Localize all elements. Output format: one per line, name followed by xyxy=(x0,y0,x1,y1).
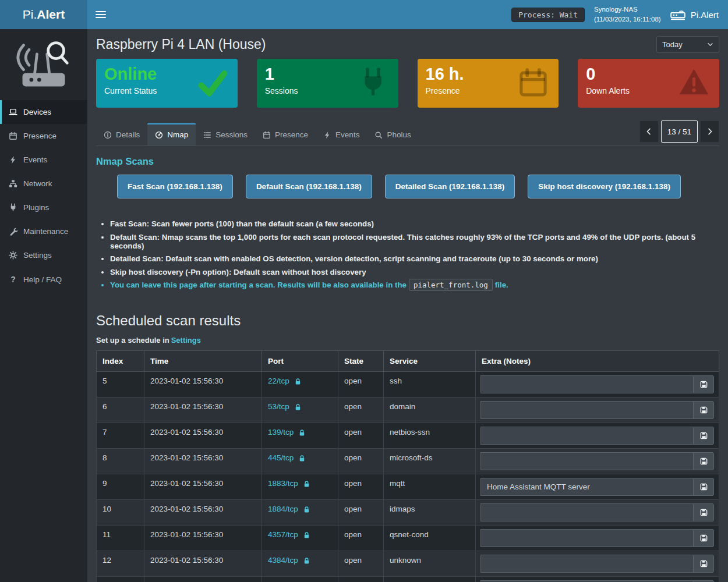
cell-index: 13 xyxy=(97,577,144,582)
cell-extra-notes xyxy=(476,423,719,449)
hamburger-icon xyxy=(96,11,106,18)
cell-time: 2023-01-02 15:56:30 xyxy=(144,423,262,449)
save-icon xyxy=(699,559,708,568)
port-link[interactable]: 53/tcp xyxy=(268,402,289,411)
table-row: 9 2023-01-02 15:56:30 1883/tcp open mqtt xyxy=(97,474,719,500)
chevron-down-icon xyxy=(707,41,713,48)
cell-time: 2023-01-02 15:56:30 xyxy=(144,474,262,500)
save-note-button[interactable] xyxy=(693,503,714,521)
cell-service: mqtt xyxy=(384,474,476,500)
port-link[interactable]: 445/tcp xyxy=(268,453,294,462)
tab-pholus[interactable]: Pholus xyxy=(367,123,418,146)
bolt-icon xyxy=(9,155,17,164)
nmap-scans-heading: Nmap Scans xyxy=(96,156,719,167)
sidebar-menu: Devices Presence Events Network Plugins … xyxy=(0,100,87,292)
app-logo[interactable]: Pi.Alert xyxy=(0,0,87,29)
cell-index: 8 xyxy=(97,449,144,474)
note-input[interactable] xyxy=(480,503,693,521)
port-link[interactable]: 4384/tcp xyxy=(268,556,298,565)
cell-time: 2023-01-02 15:56:30 xyxy=(144,500,262,526)
tab-label: Events xyxy=(335,130,359,139)
tab-events[interactable]: Events xyxy=(316,123,367,146)
save-note-button[interactable] xyxy=(693,427,714,445)
search-icon xyxy=(374,131,383,139)
cell-state: open xyxy=(338,551,384,577)
schedule-hint: Set up a schedule inSettings xyxy=(96,336,719,345)
scan-note: Detailed Scan: Default scan with enabled… xyxy=(110,254,719,263)
cell-port: 22/tcp xyxy=(262,372,338,398)
user-menu[interactable]: Pi.Alert xyxy=(670,9,719,20)
sidebar-item-label: Help / FAQ xyxy=(23,275,62,284)
note-input[interactable] xyxy=(480,478,693,496)
page-title: Raspberry Pi 4 LAN (House) xyxy=(96,37,266,52)
sidebar-item-network[interactable]: Network xyxy=(0,172,87,196)
cell-port: 4357/tcp xyxy=(262,526,338,551)
port-link[interactable]: 22/tcp xyxy=(268,377,289,385)
detailed-scan-button[interactable]: Detailed Scan (192.168.1.138) xyxy=(385,175,515,198)
cell-index: 7 xyxy=(97,423,144,449)
save-note-button[interactable] xyxy=(693,555,714,573)
note-input[interactable] xyxy=(480,555,693,573)
save-note-button[interactable] xyxy=(693,401,714,419)
check-icon xyxy=(196,66,228,98)
col-index: Index xyxy=(97,351,144,372)
settings-link[interactable]: Settings xyxy=(171,336,201,345)
col-service: Service xyxy=(384,351,476,372)
period-select[interactable]: Today xyxy=(656,36,719,53)
save-note-button[interactable] xyxy=(693,529,714,547)
cell-service: qsnet-cond xyxy=(384,526,476,551)
status-card-sessions: 1 Sessions xyxy=(257,59,398,108)
cell-extra-notes xyxy=(476,398,719,423)
status-card-presence: 16 h. Presence xyxy=(418,59,559,108)
save-note-button[interactable] xyxy=(693,452,714,470)
cell-state: open xyxy=(338,372,384,398)
prev-device-button[interactable] xyxy=(639,120,659,143)
port-link[interactable]: 4357/tcp xyxy=(268,530,298,539)
tab-presence[interactable]: Presence xyxy=(255,123,316,146)
scheduled-results-section: Scheduled scan results Set up a schedule… xyxy=(96,313,719,582)
save-icon xyxy=(699,380,708,389)
save-icon xyxy=(699,508,708,517)
cell-state: open xyxy=(338,398,384,423)
sidebar-item-help[interactable]: ? Help / FAQ xyxy=(0,267,87,292)
process-status-badge: Process: Wait xyxy=(511,8,585,22)
note-input[interactable] xyxy=(480,427,693,445)
sidebar-item-presence[interactable]: Presence xyxy=(0,124,87,148)
cell-extra-notes xyxy=(476,500,719,526)
tab-label: Nmap xyxy=(167,130,188,139)
note-input[interactable] xyxy=(480,529,693,547)
note-input[interactable] xyxy=(480,452,693,470)
chevron-right-icon xyxy=(706,127,714,136)
note-input[interactable] xyxy=(480,375,693,393)
sidebar-item-plugins[interactable]: Plugins xyxy=(0,196,87,219)
sidebar-item-label: Plugins xyxy=(23,203,49,212)
port-link[interactable]: 1884/tcp xyxy=(268,505,298,513)
sidebar-item-maintenance[interactable]: Maintenance xyxy=(0,219,87,243)
cell-service: polipo xyxy=(384,577,476,582)
next-device-button[interactable] xyxy=(700,120,719,143)
sidebar-toggle-button[interactable] xyxy=(87,0,114,29)
tab-details[interactable]: Details xyxy=(96,123,147,146)
sidebar-item-settings[interactable]: Settings xyxy=(0,243,87,267)
skip-host-discovery-button[interactable]: Skip host discovery (192.168.1.138) xyxy=(528,175,681,198)
chevron-left-icon xyxy=(645,127,653,136)
port-link[interactable]: 1883/tcp xyxy=(268,479,298,488)
cell-time: 2023-01-02 15:56:30 xyxy=(144,526,262,551)
default-scan-button[interactable]: Default Scan (192.168.1.138) xyxy=(246,175,372,198)
save-note-button[interactable] xyxy=(693,478,714,496)
save-note-button[interactable] xyxy=(693,375,714,393)
fast-scan-button[interactable]: Fast Scan (192.168.1.138) xyxy=(117,175,233,198)
sidebar-item-devices[interactable]: Devices xyxy=(0,100,87,124)
cell-extra-notes xyxy=(476,449,719,474)
plug-icon xyxy=(9,203,17,212)
port-link[interactable]: 139/tcp xyxy=(268,428,294,436)
lock-icon xyxy=(298,429,306,436)
sidebar-item-events[interactable]: Events xyxy=(0,148,87,172)
cell-service: ssh xyxy=(384,372,476,398)
tab-sessions[interactable]: Sessions xyxy=(196,123,255,146)
note-input[interactable] xyxy=(480,401,693,419)
host-name: Synology-NAS xyxy=(594,5,661,15)
cell-index: 10 xyxy=(97,500,144,526)
tab-nmap[interactable]: Nmap xyxy=(147,123,196,146)
scan-note: Skip host discovery (-Pn option): Defaul… xyxy=(110,268,719,276)
